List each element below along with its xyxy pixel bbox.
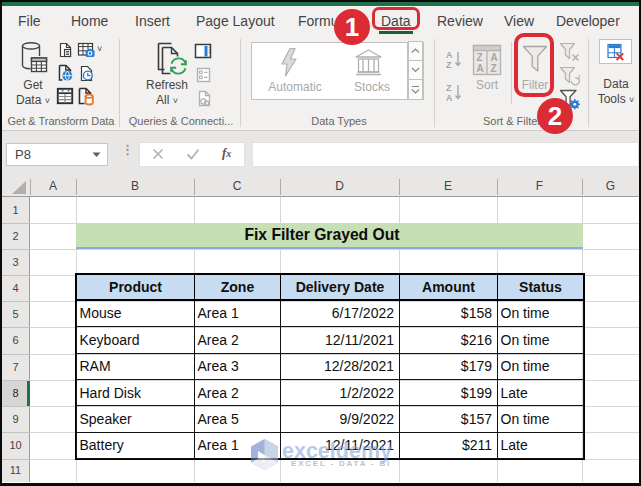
svg-text:A: A bbox=[491, 52, 498, 63]
svg-text:A: A bbox=[446, 50, 453, 60]
svg-text:Z: Z bbox=[491, 63, 497, 74]
svg-text:Z: Z bbox=[477, 52, 483, 63]
svg-text:A: A bbox=[446, 93, 453, 103]
svg-text:Z: Z bbox=[446, 83, 452, 93]
svg-text:A: A bbox=[477, 63, 484, 74]
svg-text:Z: Z bbox=[446, 60, 452, 70]
